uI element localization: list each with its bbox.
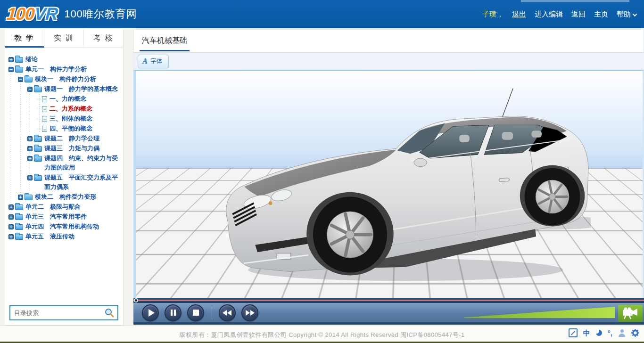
tree-connector (37, 94, 41, 99)
header-nav: 子璞， 退出 进入编辑 返回 主页 帮助 (482, 0, 636, 28)
tab-training[interactable]: 实 训 (44, 29, 84, 48)
folder-icon (15, 204, 23, 210)
font-button[interactable]: A 字体 (138, 55, 169, 68)
logo-100vr[interactable]: 100VR (6, 4, 58, 24)
tree-expand-icon[interactable]: + (27, 175, 33, 180)
rewind-button[interactable] (219, 304, 236, 321)
tree-item-label[interactable]: 模块一 构件静力分析 (35, 74, 96, 84)
tree-item-folder[interactable]: +模块二 构件受力变形 (6, 192, 122, 202)
ime-indicator-icon[interactable] (569, 328, 578, 337)
tree-item-label[interactable]: 课题四 约束、约束力与受力图的应用 (44, 154, 122, 172)
folder-icon (15, 234, 23, 240)
camera-button[interactable] (618, 305, 643, 322)
copyright-text: 版权所有：厦门凤凰创壹软件有限公司 Copyright © 2014 All R… (0, 326, 644, 339)
tree-item-label[interactable]: 单元一 构件力学分析 (25, 65, 87, 74)
fast-forward-button[interactable] (241, 304, 258, 321)
app-footer: 版权所有：厦门凤凰创壹软件有限公司 Copyright © 2014 All R… (0, 326, 644, 343)
back-link[interactable]: 返回 (571, 10, 586, 19)
tree-expand-icon[interactable]: + (8, 224, 14, 229)
tree-item-folder[interactable]: +课题五 平面汇交力系及平面力偶系 (6, 173, 122, 192)
folder-icon (34, 146, 42, 152)
document-icon (42, 116, 47, 122)
tree-item-label[interactable]: 四、平衡的概念 (50, 124, 92, 133)
tree-item-label[interactable]: 课题五 平面汇交力系及平面力偶系 (44, 173, 122, 192)
tree-item-folder[interactable]: +课题四 约束、约束力与受力图的应用 (6, 154, 122, 172)
folder-icon (34, 156, 42, 162)
tree-item-folder[interactable]: +单元三 汽车常用零件 (6, 212, 122, 221)
stop-button[interactable] (187, 304, 204, 321)
tree-item-doc[interactable]: 四、平衡的概念 (6, 124, 122, 133)
timeline-handle[interactable] (134, 298, 138, 302)
search-icon[interactable] (104, 308, 115, 318)
tree-expand-icon[interactable]: + (27, 156, 33, 161)
tree-item-label[interactable]: 课题三 力矩与力偶 (44, 144, 99, 153)
tree-item-folder[interactable]: +单元二 极限与配合 (6, 202, 122, 212)
tree-item-folder[interactable]: +课题三 力矩与力偶 (6, 144, 122, 153)
tree-item-label[interactable]: 单元四 汽车常用机构传动 (25, 222, 99, 231)
tree-connector (37, 104, 41, 109)
username-label: 子璞， (482, 10, 504, 19)
punctuation-icon[interactable]: °, (608, 328, 612, 337)
document-icon (42, 126, 47, 132)
catalog-search-box (9, 305, 118, 320)
tree-item-folder[interactable]: +单元五 液压传动 (6, 232, 122, 241)
tree-expand-icon[interactable]: + (8, 234, 14, 239)
tree-item-label[interactable]: 单元三 汽车常用零件 (25, 212, 87, 221)
course-tree: +绪论−单元一 构件力学分析−模块一 构件静力分析−课题一 静力学的基本概念一、… (5, 50, 123, 301)
user-icon[interactable] (618, 329, 626, 337)
tree-item-label[interactable]: 课题二 静力学公理 (44, 134, 99, 143)
tree-item-label[interactable]: 单元五 液压传动 (25, 232, 74, 241)
play-button[interactable] (142, 304, 159, 321)
tree-item-label[interactable]: 一、力的概念 (50, 94, 86, 104)
tree-item-folder[interactable]: +课题二 静力学公理 (6, 134, 122, 143)
help-link[interactable]: 帮助 (617, 10, 636, 19)
fullwidth-moon-icon[interactable] (596, 330, 602, 336)
tree-item-folder[interactable]: +单元四 汽车常用机构传动 (6, 222, 122, 231)
tree-item-label[interactable]: 单元二 极限与配合 (25, 202, 81, 212)
tree-item-label[interactable]: 绪论 (25, 55, 38, 64)
tree-item-folder[interactable]: −单元一 构件力学分析 (6, 65, 122, 74)
settings-gear-icon[interactable] (631, 329, 639, 337)
timeline[interactable] (133, 298, 644, 303)
folder-icon (25, 77, 33, 82)
tree-item-label[interactable]: 课题一 静力学的基本概念 (44, 84, 118, 94)
tree-expand-icon[interactable]: + (27, 136, 33, 141)
tree-expand-icon[interactable]: + (8, 214, 14, 220)
tree-expand-icon[interactable]: + (8, 57, 14, 62)
tab-assessment[interactable]: 考 核 (84, 29, 123, 48)
tree-item-label[interactable]: 二、力系的概念 (50, 104, 92, 114)
document-icon (42, 106, 47, 112)
tree-item-folder[interactable]: +绪论 (6, 55, 122, 64)
tree-item-label[interactable]: 三、刚体的概念 (50, 114, 92, 123)
ime-toolbar: 中 °, (569, 328, 639, 337)
logout-link[interactable]: 退出 (512, 10, 526, 19)
tree-item-label[interactable]: 模块二 构件受力变形 (35, 192, 96, 202)
enter-edit-link[interactable]: 进入编辑 (535, 10, 563, 19)
pause-button[interactable] (165, 304, 182, 321)
tree-expand-icon[interactable]: + (18, 195, 23, 200)
tree-collapse-icon[interactable]: − (18, 77, 23, 82)
tree-item-folder[interactable]: −课题一 静力学的基本概念 (6, 84, 122, 94)
tree-item-doc[interactable]: 一、力的概念 (6, 94, 122, 104)
tree-collapse-icon[interactable]: − (8, 67, 14, 72)
volume-wedge[interactable] (464, 307, 615, 318)
chevron-down-icon (633, 12, 637, 16)
tree-item-doc[interactable]: 二、力系的概念 (6, 104, 122, 114)
car-3d-model (211, 83, 591, 286)
chinese-mode-icon[interactable]: 中 (583, 328, 590, 337)
viewer-3d[interactable] (133, 70, 644, 298)
tree-expand-icon[interactable]: + (8, 204, 14, 210)
logo-100-text: 100 (6, 4, 35, 24)
tree-collapse-icon[interactable]: − (27, 87, 33, 92)
home-link[interactable]: 主页 (594, 10, 608, 19)
tree-connector (37, 124, 41, 129)
tree-expand-icon[interactable]: + (27, 146, 33, 151)
search-input[interactable] (10, 310, 104, 317)
stop-icon (193, 310, 199, 316)
tab-teaching[interactable]: 教 学 (5, 29, 44, 48)
tab-course-title[interactable]: 汽车机械基础 (140, 36, 190, 51)
tree-item-doc[interactable]: 三、刚体的概念 (6, 114, 122, 123)
help-label: 帮助 (617, 10, 631, 18)
tree-item-folder[interactable]: −模块一 构件静力分析 (6, 74, 122, 84)
viewer-toolbar: A 字体 (133, 53, 644, 70)
